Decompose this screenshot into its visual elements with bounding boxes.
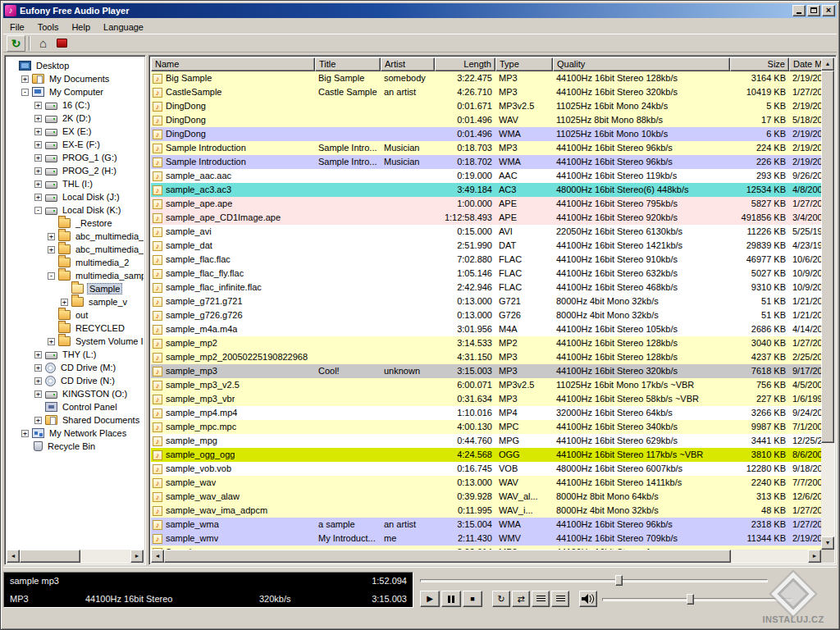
file-row-dingdong[interactable]: ♪DingDong0:01.671MP3v2.511025Hz 16bit Mo… [151, 99, 821, 113]
list-vertical-scrollbar[interactable]: ▲ ▼ [821, 57, 834, 550]
expand-toggle[interactable]: + [34, 115, 42, 122]
expand-toggle[interactable]: + [34, 180, 42, 188]
file-row-sample-mp2-20050225190822968[interactable]: ♪sample_mp2_200502251908229684:31.150MP3… [151, 350, 821, 364]
list-vscroll-track[interactable] [821, 71, 834, 536]
file-row-sample-ape-ape[interactable]: ♪sample_ape.ape1:00.000APE44100Hz 16bit … [151, 197, 821, 211]
quit-button[interactable] [52, 35, 71, 52]
file-info-button[interactable] [551, 591, 569, 607]
file-row-sample-mp3-vbr[interactable]: ♪sample_mp3_vbr0:31.634MP344100Hz 16bit … [151, 392, 821, 406]
file-row-dingdong[interactable]: ♪DingDong0:01.496WAV11025Hz 8bit Mono 88… [151, 113, 821, 127]
pause-button[interactable] [441, 591, 461, 607]
file-row-sample-ogg-ogg[interactable]: ♪sample_ogg_ogg4:24.568OGG44100Hz 16bit … [151, 448, 821, 462]
expand-toggle[interactable]: + [34, 154, 42, 162]
column-header-type[interactable]: Type [495, 57, 553, 71]
file-row-sample-aac-aac[interactable]: ♪sample_aac.aac0:19.000AAC44100Hz 16bit … [151, 169, 821, 183]
tree-item-cd-drive-m[interactable]: +CD Drive (M:) [8, 361, 144, 374]
expand-toggle[interactable]: + [48, 233, 55, 240]
tree-item-2k-d[interactable]: +2K (D:) [8, 112, 144, 125]
refresh-button[interactable]: ↻ [7, 35, 25, 52]
column-header-title[interactable]: Title [315, 57, 381, 71]
expand-toggle[interactable]: + [34, 194, 42, 201]
list-scroll-right-button[interactable]: ► [808, 550, 821, 563]
list-horizontal-scrollbar[interactable]: ◄ ► [151, 550, 821, 563]
repeat-button[interactable]: ↻ [492, 591, 510, 607]
file-row-sample-g726-g726[interactable]: ♪sample_g726.g7260:13.000G7268000Hz 4bit… [151, 308, 821, 322]
file-row-sample-avi[interactable]: ♪sample_avi0:15.000AVI22050Hz 16bit Ster… [151, 225, 821, 239]
expand-toggle[interactable]: + [34, 364, 42, 372]
expand-toggle[interactable]: + [34, 417, 42, 424]
file-row-sample-dat[interactable]: ♪sample_dat2:51.990DAT44100Hz 16bit Ster… [151, 239, 821, 253]
close-button[interactable]: × [822, 5, 835, 16]
tree-scroll-track[interactable] [20, 550, 130, 563]
file-row-sample-wav[interactable]: ♪sample_wav0:13.000WAV44100Hz 16bit Ster… [151, 476, 821, 490]
file-row-sample-ac3-ac3[interactable]: ♪sample_ac3.ac33:49.184AC348000Hz 16bit … [151, 183, 821, 197]
expand-toggle[interactable]: + [48, 338, 55, 345]
tree-item-prog-2-h[interactable]: +PROG_2 (H:) [8, 164, 144, 177]
column-header-size[interactable]: Size [730, 57, 789, 71]
file-row-sample-mpg[interactable]: ♪sample_mpg0:44.760MPG44100Hz 16bit Ster… [151, 434, 821, 448]
play-button[interactable]: ▶ [420, 591, 440, 607]
mute-button[interactable] [579, 591, 597, 607]
file-row-sample-mp2[interactable]: ♪sample_mp23:14.533MP244100Hz 16bit Ster… [151, 336, 821, 350]
file-row-sample-m4a-m4a[interactable]: ♪sample_m4a.m4a3:01.956M4A44100Hz 16bit … [151, 322, 821, 336]
tree-item-system-volume-info[interactable]: +System Volume Info [8, 335, 144, 348]
tree-item-control-panel[interactable]: Control Panel [8, 400, 144, 413]
home-button[interactable]: ⌂ [34, 35, 52, 52]
collapse-toggle[interactable]: - [21, 89, 29, 96]
tree-item-my-computer[interactable]: -My Computer [8, 85, 144, 98]
stop-button[interactable]: ■ [463, 591, 482, 607]
seek-slider[interactable] [420, 574, 768, 587]
file-row-sample-mp3-v2-5[interactable]: ♪sample_mp3_v2.56:00.071MP3v2.511025Hz 1… [151, 378, 821, 392]
list-scroll-left-button[interactable]: ◄ [151, 550, 164, 563]
tree-item-16-c[interactable]: +16 (C:) [8, 98, 144, 112]
menu-tools[interactable]: Tools [31, 21, 66, 33]
expand-toggle[interactable]: + [21, 430, 29, 437]
file-row-castlesample[interactable]: ♪CastleSampleCastle Samplean artist4:26.… [151, 85, 821, 99]
volume-thumb[interactable] [687, 594, 694, 605]
file-row-sample-wma[interactable]: ♪sample_wmaa samplean artist3:15.004WMA4… [151, 518, 821, 532]
tree-scroll-right-button[interactable]: ► [130, 550, 144, 563]
list-hscroll-thumb[interactable] [164, 550, 731, 563]
tree-item-multimedia-2[interactable]: multimedia_2 [8, 256, 144, 269]
tree-item-abc-multimedia-tes[interactable]: +abc_multimedia_tes [8, 243, 144, 256]
expand-toggle[interactable]: + [34, 128, 42, 135]
expand-toggle[interactable]: + [61, 299, 68, 306]
column-header-date[interactable]: Date Mo [789, 57, 821, 71]
collapse-toggle[interactable]: - [34, 207, 42, 214]
tree-scroll-thumb[interactable] [20, 550, 80, 563]
tree-item-out[interactable]: out [8, 308, 144, 322]
file-row-sample-ape-cd1image-ape[interactable]: ♪sample_ape_CD1Image.ape1:12:58.493APE44… [151, 211, 821, 225]
file-row-big-sample[interactable]: ♪Big SampleBig Samplesomebody3:22.475MP3… [151, 71, 821, 85]
title-bar[interactable]: ♪ Eufony Free Audio Player × [3, 3, 837, 18]
minimize-button[interactable] [792, 5, 806, 16]
expand-toggle[interactable]: + [21, 75, 29, 83]
tree-item-local-disk-j[interactable]: +Local Disk (J:) [8, 190, 144, 203]
tree-item-kingston-o[interactable]: +KINGSTON (O:) [8, 387, 144, 400]
tree-item-my-network-places[interactable]: +My Network Places [8, 427, 144, 440]
file-row-sample-introduction[interactable]: ♪Sample IntroductionSample Intro...Music… [151, 141, 821, 155]
expand-toggle[interactable]: + [34, 377, 42, 385]
expand-toggle[interactable]: + [34, 351, 42, 358]
list-scroll-up-button[interactable]: ▲ [821, 57, 834, 71]
file-row-sample-wav-alaw[interactable]: ♪sample_wav_alaw0:39.928WAV_al...8000Hz … [151, 490, 821, 504]
file-row-sample-vob-vob[interactable]: ♪sample_vob.vob0:16.745VOB48000Hz 16bit … [151, 462, 821, 476]
tree-horizontal-scrollbar[interactable]: ◄ ► [7, 550, 144, 563]
menu-help[interactable]: Help [65, 21, 97, 33]
file-row-sample-mp3[interactable]: ♪sample_mp3Cool!unknown3:15.003MP344100H… [151, 364, 821, 378]
maximize-button[interactable] [807, 5, 820, 16]
tree-item-sample-v[interactable]: +sample_v [8, 295, 144, 308]
file-row-sample-mpc-mpc[interactable]: ♪sample_mpc.mpc4:00.130MPC44100Hz 16bit … [151, 420, 821, 434]
file-row-dingdong[interactable]: ♪DingDong0:01.496WMA11025Hz 16bit Mono 1… [151, 127, 821, 141]
tree-item-cd-drive-n[interactable]: +CD Drive (N:) [8, 374, 144, 387]
expand-toggle[interactable]: + [34, 102, 42, 109]
file-row-sample-g721-g721[interactable]: ♪sample_g721.g7210:13.000G7218000Hz 4bit… [151, 294, 821, 308]
file-row-sample-flac-fly-flac[interactable]: ♪sample_flac_fly.flac1:05.146FLAC44100Hz… [151, 267, 821, 281]
tree-item-recycled[interactable]: RECYCLED [8, 322, 144, 335]
expand-toggle[interactable]: + [34, 141, 42, 148]
list-scroll-down-button[interactable]: ▼ [821, 536, 834, 550]
tree-item-my-documents[interactable]: +My Documents [8, 72, 144, 85]
menu-file[interactable]: File [3, 21, 31, 33]
volume-slider[interactable] [602, 593, 792, 605]
expand-toggle[interactable]: + [48, 246, 55, 253]
expand-toggle[interactable]: + [34, 390, 42, 398]
